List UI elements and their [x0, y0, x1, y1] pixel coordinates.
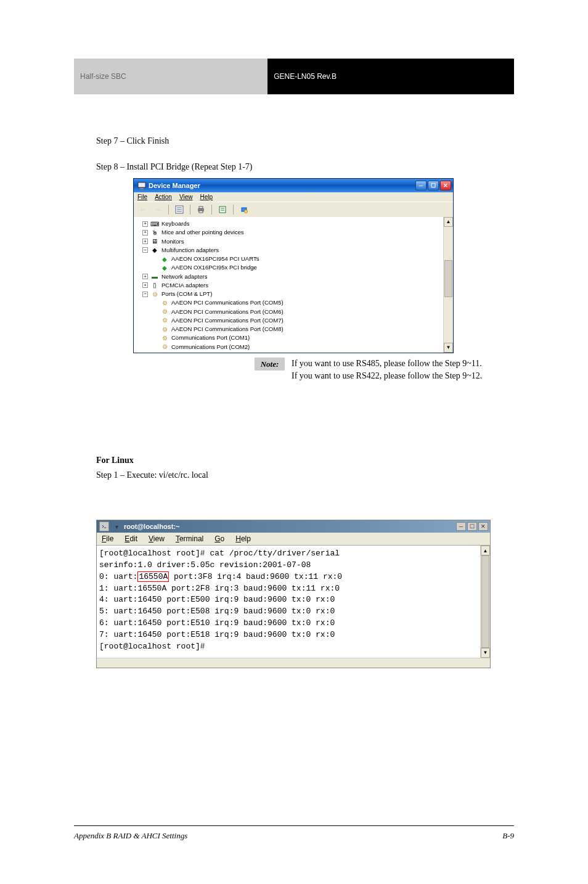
term-menu-view[interactable]: View [149, 534, 165, 543]
tree-label: AAEON OX16PCI954 PCI UARTs [171, 255, 259, 263]
scroll-up-icon[interactable]: ▲ [444, 217, 453, 227]
tree-label: Monitors [161, 237, 184, 246]
header-left-label: Half-size SBC [74, 59, 267, 94]
scroll-up-icon[interactable]: ▲ [481, 546, 490, 555]
pcmcia-icon: ▯ [150, 281, 159, 290]
properties-icon[interactable] [217, 204, 228, 215]
scroll-thumb[interactable] [444, 260, 452, 297]
tree-scrollbar[interactable]: ▲ ▼ [443, 217, 453, 353]
tree-label: AAEON PCI Communications Port (COM8) [171, 325, 284, 334]
scroll-down-icon[interactable]: ▼ [481, 648, 490, 658]
step-8-text: Step 8 – Install PCI Bridge (Repeat Step… [96, 160, 514, 173]
svg-rect-1 [140, 188, 144, 189]
linux-step1: Step 1 – Execute: vi/etc/rc. local [96, 469, 514, 481]
tree-mice[interactable]: + 🖱 Mice and other pointing devices [142, 228, 449, 237]
note-line-1: If you want to use RS485, please follow … [292, 358, 482, 370]
tree-label: Mice and other pointing devices [161, 228, 244, 237]
expand-icon[interactable]: + [142, 239, 148, 244]
scan-icon[interactable] [239, 204, 250, 215]
port-icon: ⚙ [160, 343, 169, 351]
tree-network[interactable]: + ▬ Network adapters [142, 272, 449, 281]
terminal-titlebar[interactable]: ▾ root@localhost:~ ─ ☐ ✕ [97, 520, 490, 533]
expand-icon[interactable]: + [142, 282, 148, 288]
linux-heading: For Linux [96, 454, 514, 467]
expand-icon[interactable]: + [142, 221, 148, 227]
tree-port-com5[interactable]: ⚙ AAEON PCI Communications Port (COM5) [142, 298, 449, 307]
tree-label: Communications Port (COM2) [171, 343, 250, 351]
tree-port-com8[interactable]: ⚙ AAEON PCI Communications Port (COM8) [142, 325, 449, 334]
device-tree: + ⌨ Keyboards + 🖱 Mice and other pointin… [134, 217, 453, 353]
note-line-2: If you want to use RS422, please follow … [292, 370, 482, 382]
tree-mf-uarts[interactable]: ◆ AAEON OX16PCI954 PCI UARTs [142, 255, 449, 263]
expand-icon[interactable]: + [142, 230, 148, 235]
device-manager-titlebar[interactable]: Device Manager ─ ☐ ✕ [134, 179, 453, 192]
tree-mf-bridge[interactable]: ◆ AAEON OX16PCI95x PCI bridge [142, 263, 449, 272]
expand-icon[interactable]: + [142, 274, 148, 279]
tree-port-com1[interactable]: ⚙ Communications Port (COM1) [142, 334, 449, 342]
collapse-icon[interactable]: − [142, 247, 148, 253]
terminal-bottom-scrollbar[interactable] [97, 658, 490, 668]
tree-monitors[interactable]: + 🖥 Monitors [142, 237, 449, 246]
scroll-down-icon[interactable]: ▼ [444, 343, 453, 353]
svg-rect-7 [199, 207, 203, 208]
term-menu-go[interactable]: Go [214, 534, 224, 543]
port-icon: ⚙ [160, 298, 169, 307]
maximize-button[interactable]: ☐ [428, 181, 439, 190]
tree-label: Network adapters [161, 272, 207, 281]
terminal-app-icon [99, 522, 109, 531]
terminal-window: ▾ root@localhost:~ ─ ☐ ✕ File Edit View … [96, 520, 491, 668]
monitor-icon: 🖥 [150, 237, 159, 246]
term-menu-terminal[interactable]: Terminal [176, 534, 203, 543]
tree-label: Communications Port (COM3) [171, 351, 250, 353]
page-footer: Appendix B RAID & AHCI Settings B-9 [74, 825, 514, 841]
back-button[interactable]: ← [137, 204, 149, 215]
svg-rect-8 [199, 211, 203, 213]
close-button[interactable]: ✕ [440, 181, 451, 190]
tree-view-icon[interactable] [174, 204, 185, 215]
tree-label: PCMCIA adapters [161, 281, 208, 290]
tree-keyboards[interactable]: + ⌨ Keyboards [142, 219, 449, 228]
menu-view[interactable]: View [179, 194, 193, 200]
tree-label: Multifunction adapters [161, 246, 219, 255]
terminal-output[interactable]: [root@localhost root]# cat /proc/tty/dri… [97, 546, 480, 658]
terminal-minimize-button[interactable]: ─ [456, 522, 466, 531]
menu-help[interactable]: Help [200, 194, 213, 200]
network-icon: ▬ [150, 272, 159, 281]
tree-multifunction[interactable]: − ◆ Multifunction adapters [142, 246, 449, 255]
term-menu-help[interactable]: Help [235, 534, 251, 543]
tree-label: AAEON PCI Communications Port (COM5) [171, 298, 284, 307]
tree-label: AAEON PCI Communications Port (COM6) [171, 308, 284, 316]
terminal-maximize-button[interactable]: ☐ [467, 522, 477, 531]
menu-file[interactable]: File [137, 194, 147, 200]
tree-pcmcia[interactable]: + ▯ PCMCIA adapters [142, 281, 449, 290]
tree-port-com3[interactable]: ⚙ Communications Port (COM3) [142, 351, 449, 353]
forward-button[interactable]: → [152, 204, 163, 215]
tree-label: AAEON OX16PCI95x PCI bridge [171, 263, 257, 272]
device-manager-icon [137, 181, 146, 190]
term-menu-file[interactable]: File [102, 534, 113, 543]
tree-port-com6[interactable]: ⚙ AAEON PCI Communications Port (COM6) [142, 308, 449, 316]
device-manager-menubar: File Action View Help [134, 192, 453, 202]
print-icon[interactable] [195, 204, 206, 215]
svg-rect-0 [138, 182, 145, 187]
terminal-title: root@localhost:~ [124, 523, 456, 530]
chip-icon: ◆ [160, 263, 169, 272]
port-icon: ⚙ [160, 308, 169, 316]
term-menu-edit[interactable]: Edit [125, 534, 137, 543]
menu-action[interactable]: Action [155, 194, 172, 200]
scroll-thumb[interactable] [481, 555, 489, 648]
tree-port-com7[interactable]: ⚙ AAEON PCI Communications Port (COM7) [142, 316, 449, 325]
tree-port-com2[interactable]: ⚙ Communications Port (COM2) [142, 343, 449, 351]
tree-ports[interactable]: − ⚙ Ports (COM & LPT) [142, 290, 449, 298]
port-icon: ⚙ [160, 325, 169, 334]
collapse-icon[interactable]: − [142, 292, 148, 297]
chevron-down-icon[interactable]: ▾ [112, 522, 121, 531]
device-manager-toolbar: ← → [134, 202, 453, 217]
terminal-close-button[interactable]: ✕ [478, 522, 488, 531]
port-icon: ⚙ [160, 316, 169, 325]
note-label: Note: [255, 358, 285, 370]
terminal-scrollbar[interactable]: ▲ ▼ [480, 546, 490, 658]
tree-label: AAEON PCI Communications Port (COM7) [171, 316, 284, 325]
minimize-button[interactable]: ─ [415, 181, 427, 190]
tree-label: Ports (COM & LPT) [161, 290, 212, 298]
